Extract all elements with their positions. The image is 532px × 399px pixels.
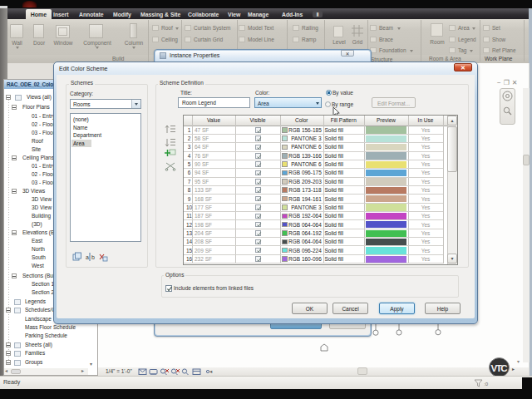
svg-text:VTC: VTC [491, 363, 508, 373]
svg-text:b: b [91, 254, 95, 260]
svg-text::0: :0 [484, 382, 489, 387]
svg-text:a: a [86, 254, 89, 260]
